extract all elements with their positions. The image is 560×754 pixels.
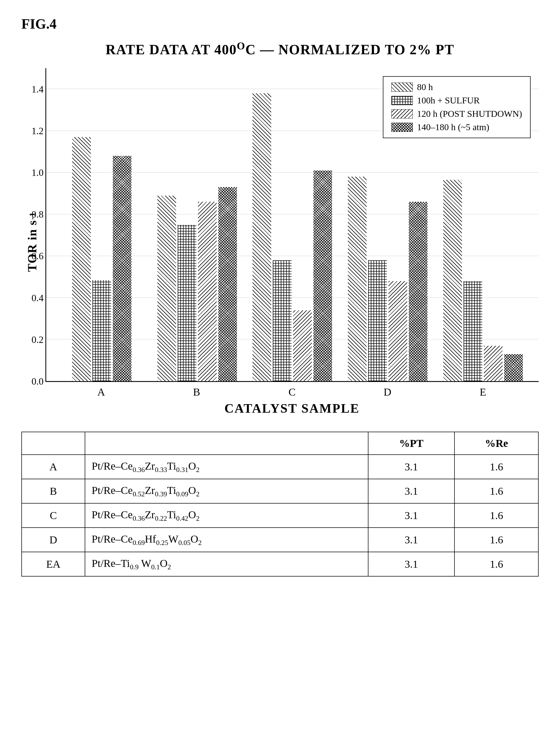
row-EA-re: 1.6	[455, 552, 538, 576]
bar-groups	[46, 68, 539, 381]
x-label-E: E	[435, 382, 531, 398]
col-header-id	[22, 432, 85, 455]
bar-C-4	[314, 171, 332, 381]
bar-group-D	[340, 68, 436, 381]
row-B-pt: 3.1	[368, 479, 455, 503]
bar-E-3	[484, 346, 503, 381]
bar-D-2	[368, 260, 387, 381]
bar-A-2	[93, 280, 111, 381]
row-A-pt: 3.1	[368, 455, 455, 479]
row-C-pt: 3.1	[368, 503, 455, 528]
bar-C-2	[273, 260, 292, 381]
data-table: %PT %Re A Pt/Re–Ce0.36Zr0.33Ti0.31O2 3.1…	[21, 432, 539, 577]
table-row: C Pt/Re–Ce0.36Zr0.22Ti0.42O2 3.1 1.6	[22, 503, 538, 528]
chart-area: TOR in s-1 0.0 0.2 0.4 0.6 0.8 1.0	[21, 68, 539, 416]
y-tick-14: 1.4	[22, 84, 43, 95]
row-D-formula: Pt/Re–Ce0.69Hf0.25W0.05O2	[85, 528, 368, 552]
row-C-formula: Pt/Re–Ce0.36Zr0.22Ti0.42O2	[85, 503, 368, 528]
x-label-D: D	[340, 382, 435, 398]
bar-D-1	[348, 177, 366, 381]
bar-E-4	[504, 354, 523, 381]
table-row: D Pt/Re–Ce0.69Hf0.25W0.05O2 3.1 1.6	[22, 528, 538, 552]
y-tick-08: 0.8	[22, 209, 43, 220]
bar-group-A	[54, 68, 149, 381]
chart-plot: 0.0 0.2 0.4 0.6 0.8 1.0 1.2 1.4	[45, 68, 539, 382]
table-row: B Pt/Re–Ce0.52Zr0.39Ti0.09O2 3.1 1.6	[22, 479, 538, 503]
x-label-A: A	[54, 382, 149, 398]
y-tick-02: 0.2	[22, 334, 43, 345]
col-header-pt: %PT	[368, 432, 455, 455]
bar-group-C	[245, 68, 340, 381]
bar-group-B	[149, 68, 245, 381]
x-label-C: C	[244, 382, 340, 398]
y-axis-label: TOR in s-1	[21, 68, 43, 416]
row-C-re: 1.6	[455, 503, 538, 528]
row-EA-pt: 3.1	[368, 552, 455, 576]
table-header-row: %PT %Re	[22, 432, 538, 455]
bar-D-4	[409, 202, 427, 381]
bar-B-2	[178, 225, 196, 381]
row-D-pt: 3.1	[368, 528, 455, 552]
chart-title: RATE DATA AT 400OC — NORMALIZED TO 2% PT	[21, 40, 539, 58]
bar-C-3	[293, 310, 312, 381]
row-A-id: A	[22, 455, 85, 479]
y-tick-12: 1.2	[22, 125, 43, 137]
y-tick-0: 0.0	[22, 376, 43, 387]
x-label-B: B	[149, 382, 244, 398]
row-A-re: 1.6	[455, 455, 538, 479]
col-header-re: %Re	[455, 432, 538, 455]
row-B-formula: Pt/Re–Ce0.52Zr0.39Ti0.09O2	[85, 479, 368, 503]
y-tick-04: 0.4	[22, 292, 43, 304]
y-tick-06: 0.6	[22, 251, 43, 262]
bar-group-E	[435, 68, 531, 381]
row-B-re: 1.6	[455, 479, 538, 503]
figure-label: FIG.4	[21, 16, 539, 32]
y-tick-10: 1.0	[22, 167, 43, 178]
row-A-formula: Pt/Re–Ce0.36Zr0.33Ti0.31O2	[85, 455, 368, 479]
bar-B-4	[218, 187, 237, 381]
bar-B-3	[198, 202, 217, 381]
row-EA-formula: Pt/Re–Ti0.9 W0.1O2	[85, 552, 368, 576]
x-axis-title: CATALYST SAMPLE	[45, 401, 539, 416]
row-D-re: 1.6	[455, 528, 538, 552]
bar-D-3	[388, 281, 407, 381]
row-B-id: B	[22, 479, 85, 503]
chart-inner: 0.0 0.2 0.4 0.6 0.8 1.0 1.2 1.4	[45, 68, 539, 416]
col-header-formula	[85, 432, 368, 455]
bar-A-1	[72, 137, 91, 381]
table-row: EA Pt/Re–Ti0.9 W0.1O2 3.1 1.6	[22, 552, 538, 576]
bar-B-1	[157, 196, 176, 381]
bar-C-1	[253, 93, 271, 381]
bar-E-1	[443, 180, 462, 381]
row-C-id: C	[22, 503, 85, 528]
x-axis: A B C D E	[45, 382, 539, 398]
bar-E-2	[463, 281, 482, 381]
bar-A-4	[113, 156, 132, 381]
row-EA-id: EA	[22, 552, 85, 576]
table-row: A Pt/Re–Ce0.36Zr0.33Ti0.31O2 3.1 1.6	[22, 455, 538, 479]
row-D-id: D	[22, 528, 85, 552]
